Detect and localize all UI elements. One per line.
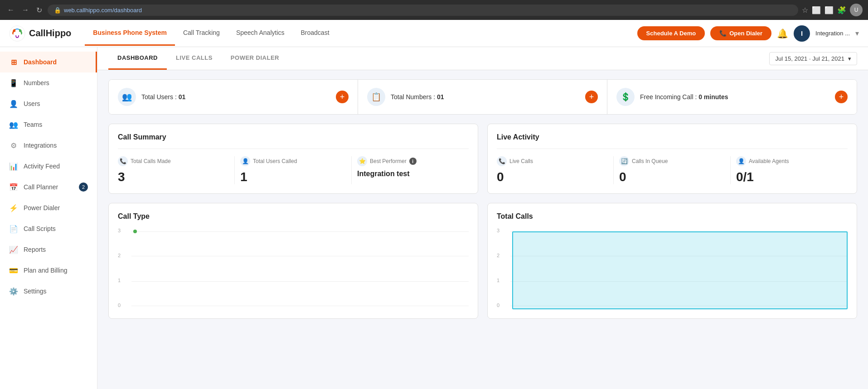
- browser-chrome: ← → ↻ 🔒 web.callhippo.com/dashboard ☆ ⬜ …: [0, 0, 868, 20]
- best-performer-value: Integration test: [357, 170, 410, 178]
- metric-total-users-called: 👤 Total Users Called 1: [235, 156, 352, 184]
- sidebar-item-plan-billing[interactable]: 💳 Plan and Billing: [0, 260, 97, 281]
- stat-card-free-incoming: 💲 Free Incoming Call : 0 minutes +: [607, 80, 857, 114]
- sidebar-label-teams: Teams: [24, 121, 42, 128]
- sidebar-item-integrations[interactable]: ⚙ Integrations: [0, 135, 97, 156]
- metric-calls-in-queue: 🔄 Calls In Queue 0: [614, 156, 731, 184]
- total-calls-made-header: 📞 Total Calls Made: [118, 156, 171, 166]
- add-number-button[interactable]: +: [585, 91, 598, 103]
- tab-icon[interactable]: ⬜: [812, 6, 821, 14]
- zap-icon: ⚡: [9, 203, 18, 212]
- total-y-label-2: 2: [497, 253, 499, 258]
- credit-card-icon: 💳: [9, 266, 18, 275]
- date-range-text: Jul 15, 2021 · Jul 21, 2021: [775, 55, 844, 62]
- grid-line-0: [131, 306, 469, 306]
- tab-dashboard[interactable]: DASHBOARD: [108, 47, 167, 70]
- add-user-button[interactable]: +: [336, 91, 349, 103]
- sidebar-item-users[interactable]: 👤 Users: [0, 93, 97, 114]
- y-label-1: 1: [118, 278, 121, 283]
- sidebar-item-call-planner[interactable]: 📅 Call Planner 2: [0, 177, 97, 197]
- dashboard-tabs: DASHBOARD LIVE CALLS POWER DIALER Jul 15…: [97, 47, 868, 70]
- nav-link-call-tracking[interactable]: Call Tracking: [175, 21, 228, 46]
- call-type-chart-panel: Call Type 3 2 1 0: [108, 203, 478, 319]
- nav-link-speech-analytics[interactable]: Speech Analytics: [228, 21, 293, 46]
- stat-text-users: Total Users : 01: [141, 93, 330, 101]
- browser-user-avatar[interactable]: U: [850, 4, 863, 16]
- notification-bell-icon[interactable]: 🔔: [777, 28, 788, 39]
- sidebar-item-reports[interactable]: 📈 Reports: [0, 239, 97, 260]
- back-button[interactable]: ←: [5, 4, 16, 16]
- sidebar-item-call-scripts[interactable]: 📄 Call Scripts: [0, 218, 97, 239]
- nav-links: Business Phone System Call Tracking Spee…: [85, 21, 637, 46]
- schedule-demo-button[interactable]: Schedule A Demo: [637, 26, 705, 40]
- stat-card-users: 👥 Total Users : 01 +: [109, 80, 358, 114]
- bar-chart-icon: 📈: [9, 245, 18, 254]
- add-free-incoming-button[interactable]: +: [835, 91, 848, 103]
- available-agents-header: 👤 Available Agents: [736, 156, 789, 166]
- stat-text-free-incoming: Free Incoming Call : 0 minutes: [640, 93, 829, 101]
- call-summary-title: Call Summary: [118, 133, 469, 141]
- metric-total-calls-made: 📞 Total Calls Made 3: [118, 156, 235, 184]
- sidebar-label-activity-feed: Activity Feed: [24, 163, 60, 170]
- window-icon[interactable]: ⬜: [824, 6, 834, 14]
- sidebar-item-activity-feed[interactable]: 📊 Activity Feed: [0, 156, 97, 177]
- calendar-icon: 📅: [9, 182, 18, 192]
- user-avatar[interactable]: I: [794, 25, 810, 42]
- nav-link-business-phone[interactable]: Business Phone System: [85, 21, 175, 46]
- extensions-icon[interactable]: 🧩: [837, 6, 846, 14]
- sidebar-item-numbers[interactable]: 📱 Numbers: [0, 72, 97, 93]
- browser-icons: ☆ ⬜ ⬜ 🧩 U: [802, 4, 863, 16]
- logo-area: CallHippo: [9, 25, 71, 42]
- live-calls-label: Live Calls: [509, 158, 533, 164]
- reload-button[interactable]: ↻: [34, 4, 44, 16]
- sidebar-item-teams[interactable]: 👥 Teams: [0, 114, 97, 135]
- user-icon: 👤: [9, 99, 18, 108]
- user-name: Integration ...: [815, 30, 850, 37]
- logo-icon: [9, 25, 25, 42]
- tab-power-dialer[interactable]: POWER DIALER: [222, 47, 288, 70]
- nav-link-broadcast[interactable]: Broadcast: [293, 21, 338, 46]
- user-dropdown-icon[interactable]: ▾: [855, 29, 859, 38]
- live-activity-panel: Live Activity 📞 Live Calls 0 🔄: [487, 124, 857, 194]
- url-bar[interactable]: 🔒 web.callhippo.com/dashboard: [48, 5, 798, 16]
- app: CallHippo Business Phone System Call Tra…: [0, 20, 868, 389]
- sidebar-item-settings[interactable]: ⚙️ Settings: [0, 281, 97, 302]
- calls-made-value: 3: [118, 170, 125, 184]
- forward-button[interactable]: →: [20, 4, 31, 16]
- sidebar-label-call-scripts: Call Scripts: [24, 225, 56, 232]
- open-dialer-button[interactable]: 📞 Open Dialer: [710, 26, 771, 40]
- call-type-chart-area: 3 2 1 0: [118, 228, 469, 309]
- info-icon[interactable]: i: [409, 158, 417, 165]
- best-performer-icon: ⭐: [357, 156, 367, 166]
- users-called-icon: 👤: [240, 156, 250, 166]
- call-summary-panel: Call Summary 📞 Total Calls Made 3 👤: [108, 124, 478, 194]
- tab-live-calls[interactable]: LIVE CALLS: [167, 47, 222, 70]
- live-calls-value: 0: [497, 170, 504, 184]
- stat-text-numbers: Total Numbers : 01: [391, 93, 580, 101]
- best-performer-header: ⭐ Best Performer i: [357, 156, 417, 166]
- phone-icon: 📱: [9, 78, 18, 87]
- grid-line-3: [131, 231, 469, 232]
- integrations-icon: ⚙: [9, 141, 18, 150]
- grid-icon: ⊞: [9, 58, 18, 67]
- url-text: web.callhippo.com/dashboard: [64, 7, 142, 14]
- total-calls-chart-area: 3 2 1 0: [497, 228, 848, 309]
- stat-card-numbers: 📋 Total Numbers : 01 +: [358, 80, 607, 114]
- phone-icon: 📞: [719, 30, 727, 37]
- total-y-label-3: 3: [497, 228, 499, 233]
- chart-dot: [133, 230, 137, 233]
- sidebar-item-power-dialer[interactable]: ⚡ Power Dialer: [0, 197, 97, 218]
- live-calls-icon: 📞: [497, 156, 507, 166]
- charts-row: Call Type 3 2 1 0: [108, 203, 857, 319]
- stats-row: 👥 Total Users : 01 + 📋 Total Numbers : 0…: [108, 79, 857, 115]
- calls-made-label: Total Calls Made: [131, 158, 171, 164]
- bookmark-icon[interactable]: ☆: [802, 6, 808, 14]
- numbers-stat-icon: 📋: [367, 88, 385, 106]
- sidebar-label-users: Users: [24, 100, 40, 107]
- sidebar-label-settings: Settings: [24, 288, 47, 295]
- date-range-picker[interactable]: Jul 15, 2021 · Jul 21, 2021 ▾: [769, 52, 857, 65]
- sidebar-item-dashboard[interactable]: ⊞ Dashboard: [0, 52, 97, 72]
- call-summary-metrics: 📞 Total Calls Made 3 👤 Total Users Calle…: [118, 149, 469, 184]
- queue-icon: 🔄: [619, 156, 629, 166]
- chevron-down-icon: ▾: [848, 55, 851, 62]
